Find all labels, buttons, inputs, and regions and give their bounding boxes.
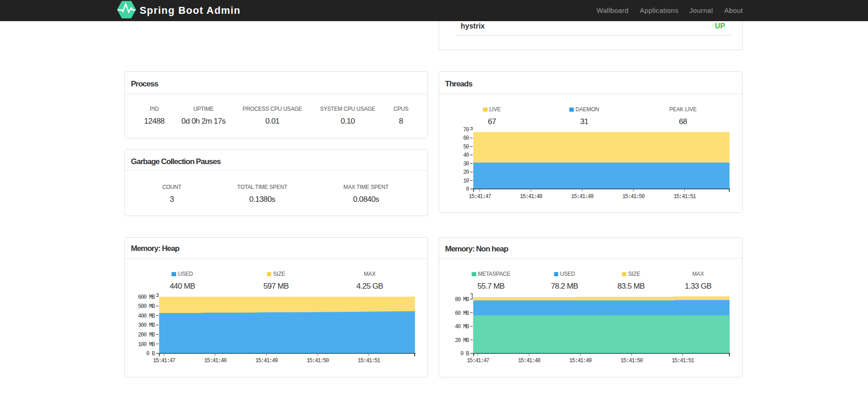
svg-text:60 MB: 60 MB bbox=[455, 310, 469, 317]
svg-text:15:41:48: 15:41:48 bbox=[204, 358, 226, 364]
svg-text:40: 40 bbox=[463, 152, 469, 159]
svg-text:15:41:50: 15:41:50 bbox=[620, 358, 643, 364]
svg-text:300 MB: 300 MB bbox=[138, 322, 155, 329]
svg-text:15:41:47: 15:41:47 bbox=[467, 358, 489, 364]
svg-text:400 MB: 400 MB bbox=[138, 313, 155, 319]
svg-text:20 MB: 20 MB bbox=[455, 337, 469, 344]
svg-text:15:41:51: 15:41:51 bbox=[671, 358, 694, 364]
svg-text:0: 0 bbox=[466, 186, 469, 193]
svg-text:15:41:49: 15:41:49 bbox=[569, 358, 592, 364]
svg-text:15:41:48: 15:41:48 bbox=[520, 194, 542, 200]
svg-text:60: 60 bbox=[463, 135, 469, 142]
svg-text:15:41:49: 15:41:49 bbox=[571, 194, 593, 200]
svg-text:15:41:51: 15:41:51 bbox=[673, 194, 696, 200]
svg-text:80 MB: 80 MB bbox=[455, 296, 469, 303]
svg-text:15:41:50: 15:41:50 bbox=[306, 358, 329, 364]
svg-text:15:41:48: 15:41:48 bbox=[518, 358, 541, 364]
svg-text:100 MB: 100 MB bbox=[138, 342, 155, 348]
svg-text:30: 30 bbox=[463, 161, 469, 167]
svg-text:20: 20 bbox=[463, 169, 469, 176]
svg-text:15:41:50: 15:41:50 bbox=[622, 194, 645, 200]
svg-text:15:41:49: 15:41:49 bbox=[255, 358, 278, 364]
svg-text:600 MB: 600 MB bbox=[138, 294, 155, 301]
svg-text:200 MB: 200 MB bbox=[138, 332, 155, 338]
svg-text:15:41:47: 15:41:47 bbox=[468, 194, 491, 200]
svg-text:40 MB: 40 MB bbox=[455, 324, 469, 330]
svg-text:15:41:47: 15:41:47 bbox=[153, 358, 175, 364]
svg-text:50: 50 bbox=[463, 144, 469, 150]
svg-text:10: 10 bbox=[463, 178, 469, 184]
svg-text:0 B: 0 B bbox=[146, 351, 155, 357]
svg-text:70: 70 bbox=[463, 127, 469, 133]
svg-text:0 B: 0 B bbox=[460, 351, 469, 357]
svg-text:15:41:51: 15:41:51 bbox=[358, 358, 380, 364]
svg-text:500 MB: 500 MB bbox=[138, 303, 155, 310]
